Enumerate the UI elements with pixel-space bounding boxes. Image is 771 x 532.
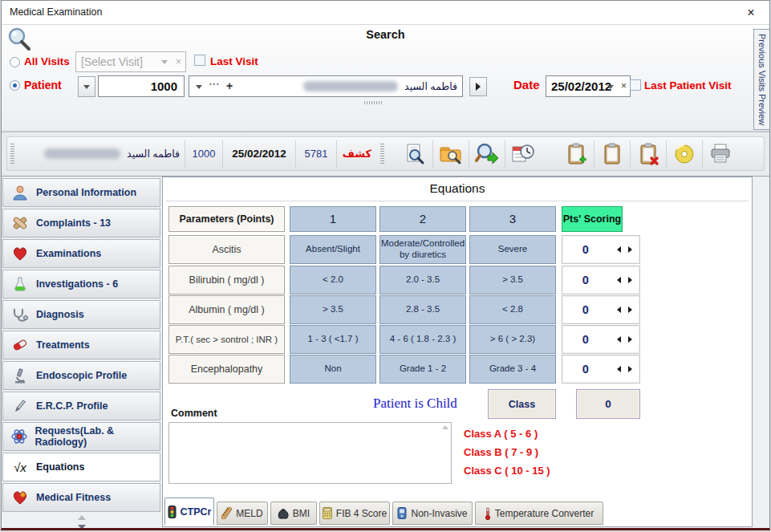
weight-icon [278,507,289,519]
spin-left-icon[interactable] [617,246,621,253]
next-record-button[interactable] [469,77,487,96]
delete-record-button[interactable] [631,137,666,171]
calendar-clock-icon [511,143,535,165]
last-visit-checkbox[interactable] [194,55,205,66]
sidebar-item-complaints[interactable]: Complaints - 13 [2,209,160,238]
date-dropdown-icon[interactable] [607,85,614,89]
open-search-button[interactable] [433,137,469,171]
print-button[interactable] [703,137,738,171]
tab-fib-4-score[interactable]: FIB 4 Score [319,502,390,525]
param-encephalopathy: Encephalopathy [168,355,285,384]
option-cell[interactable]: 2.8 - 3.5 [379,295,466,324]
score-spinner-encephalopathy[interactable]: 0 [562,355,640,384]
option-cell[interactable]: > 3.5 [469,266,556,294]
option-cell[interactable]: Grade 1 - 2 [379,355,466,384]
score-spinner-pt[interactable]: 0 [562,325,640,354]
col-header-pts-scoring: Pts' Scoring [562,206,623,232]
printer-icon [708,142,732,166]
option-cell[interactable]: Moderate/Controlled by diuretics [379,235,466,264]
comment-scroll-up-icon[interactable] [442,425,448,429]
option-cell[interactable]: 2.0 - 3.5 [379,266,466,294]
visit-schedule-button[interactable] [505,137,541,171]
option-cell[interactable]: 4 - 6 ( 1.8 - 2.3 ) [379,325,466,354]
toolbar-grip[interactable] [10,144,14,164]
option-cell[interactable]: > 3.5 [290,295,376,324]
spin-left-icon[interactable] [617,307,621,313]
option-cell[interactable]: Grade 3 - 4 [469,355,556,384]
score-spinner-albumin[interactable]: 0 [562,295,640,324]
select-visit-combo[interactable]: [Select Visit] × [75,51,186,72]
atom-icon [11,428,28,445]
sidebar-item-treatments[interactable]: Treatments [2,331,160,359]
name-more-icon[interactable]: ⋯ [209,77,220,90]
sidebar-item-examinations[interactable]: Examinations [2,239,160,268]
last-visit-label[interactable]: Last Visit [210,55,258,67]
view-document-button[interactable] [397,137,432,171]
tab-bmi[interactable]: BMI [270,502,317,525]
option-cell[interactable]: < 2.8 [469,295,556,324]
option-cell[interactable]: < 2.0 [290,266,376,294]
option-cell[interactable]: Severe [469,235,556,264]
score-spinner-bilirubin[interactable]: 0 [562,266,640,294]
all-visits-label[interactable]: All Visits [24,55,70,67]
param-bilirubin: Bilirubin ( mg/dl ) [168,266,285,294]
name-dropdown-icon[interactable] [196,85,202,89]
name-add-icon[interactable]: + [226,79,233,92]
spin-left-icon[interactable] [617,336,621,343]
tab-ctpcr[interactable]: CTPCr [164,497,214,525]
patient-name-combo[interactable]: ⋯ + فاطمه السيد [189,75,463,97]
sidebar-item-personal-information[interactable]: Personal Information [2,178,160,207]
spin-right-icon[interactable] [628,307,632,313]
tab-temperature-converter[interactable]: Temperature Converter [475,502,603,525]
search-go-button[interactable] [469,137,505,171]
sidebar-item-equations[interactable]: √x Equations [2,453,160,481]
spin-right-icon[interactable] [628,277,632,283]
sidebar-scroll-up-icon[interactable] [78,515,86,520]
sidebar-nav: Personal Information Complaints - 13 Exa… [2,178,161,528]
heart-fitness-icon [11,489,29,506]
comment-input[interactable] [168,422,452,484]
score-spinner-ascitis[interactable]: 0 [562,235,640,264]
patient-label[interactable]: Patient [24,79,62,91]
date-clear-icon[interactable]: × [621,80,627,91]
flask-icon [11,275,29,293]
option-cell[interactable]: 1 - 3 ( <1.7 ) [290,325,376,354]
sidebar-scroll-down-icon[interactable] [78,525,86,530]
sidebar-item-ercp-profile[interactable]: E.R.C.P. Profile [2,392,160,420]
add-record-button[interactable] [558,137,594,171]
sidebar-item-medical-fitness[interactable]: Medical Fitness [2,483,160,512]
spin-left-icon[interactable] [617,277,621,283]
last-patient-visit-label[interactable]: Last Patient Visit [644,79,732,91]
tab-non-invasive[interactable]: Non-Invasive [392,502,473,525]
edit-record-button[interactable] [594,137,630,171]
combo-dropdown-icon[interactable] [161,60,168,64]
toolbar-grip[interactable] [380,144,384,164]
sidebar-item-requests-lab-radiology[interactable]: Requests(Lab. & Radiology) [2,422,160,451]
patient-radio[interactable] [10,80,20,91]
date-combo[interactable]: 25/02/2012 × [546,75,631,97]
spin-right-icon[interactable] [628,366,632,372]
tab-meld[interactable]: MELD [217,502,268,525]
param-albumin: Albumin ( mg/dl ) [168,295,285,324]
save-cd-button[interactable] [667,137,702,171]
patient-dropdown-button[interactable] [78,76,95,97]
col-header-2: 2 [379,206,466,232]
patient-id-field[interactable]: 1000 [98,75,185,97]
spin-right-icon[interactable] [628,336,632,343]
spin-left-icon[interactable] [617,366,621,372]
sidebar-item-endoscopic-profile[interactable]: Endoscopic Profile [2,361,160,390]
splitter-grip[interactable] [364,101,382,104]
previous-visits-preview-label: Previous Visits Preview [757,34,767,125]
sidebar-item-investigations[interactable]: Investigations - 6 [2,270,160,298]
option-cell[interactable]: Absent/Slight [290,235,376,264]
last-patient-visit-checkbox[interactable] [630,79,641,91]
close-button[interactable]: × [742,5,760,21]
option-cell[interactable]: > 6 ( > 2.3) [469,325,556,354]
spin-right-icon[interactable] [628,246,632,253]
previous-visits-preview-tab[interactable]: Previous Visits Preview [753,29,770,130]
sidebar-item-diagnosis[interactable]: Diagnosis [2,300,160,329]
class-button[interactable]: Class [488,389,556,419]
option-cell[interactable]: Non [290,355,376,384]
combo-clear-icon[interactable]: × [176,56,181,67]
all-visits-radio[interactable] [10,57,20,67]
